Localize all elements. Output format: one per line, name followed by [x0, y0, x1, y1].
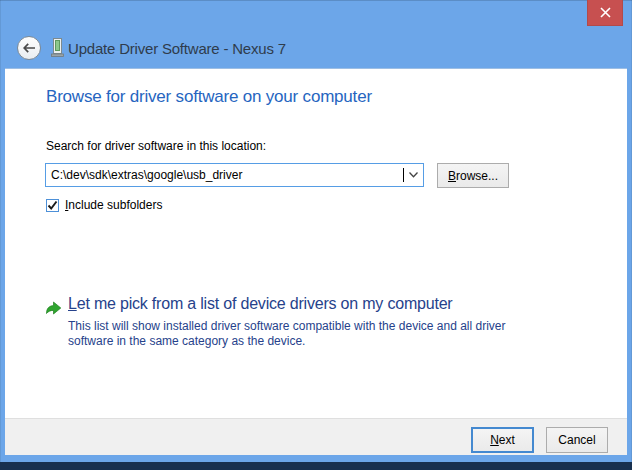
back-button[interactable]	[17, 36, 41, 60]
chevron-down-icon	[409, 172, 418, 178]
update-driver-wizard-window: Update Driver Software - Nexus 7 Browse …	[0, 0, 632, 470]
checkmark-icon	[47, 200, 58, 211]
next-button[interactable]: Next	[471, 427, 534, 453]
close-icon	[600, 7, 611, 18]
page-title: Browse for driver software on your compu…	[46, 87, 372, 107]
cancel-button[interactable]: Cancel	[546, 427, 608, 453]
include-subfolders-label[interactable]: Include subfolders	[65, 198, 162, 212]
include-subfolders-row: Include subfolders	[46, 197, 162, 213]
include-subfolders-checkbox[interactable]	[46, 199, 59, 212]
combobox-dropdown-button[interactable]	[404, 164, 423, 186]
hardware-device-icon	[51, 38, 64, 57]
command-link-description: This list will show installed driver sof…	[68, 319, 568, 349]
location-combobox	[45, 163, 424, 187]
titlebar: Update Driver Software - Nexus 7	[0, 0, 632, 68]
search-location-label: Search for driver software in this locat…	[46, 139, 266, 153]
wizard-content: Browse for driver software on your compu…	[5, 68, 627, 418]
command-link-title: Let me pick from a list of device driver…	[68, 295, 453, 313]
location-input[interactable]	[46, 164, 402, 186]
footer-bar: Next Cancel	[5, 418, 627, 455]
window-bottom-edge	[0, 462, 632, 470]
window-title: Update Driver Software - Nexus 7	[68, 40, 286, 57]
browse-button[interactable]: Browse...	[437, 163, 509, 188]
green-arrow-right-icon	[46, 301, 62, 315]
back-arrow-icon	[23, 43, 36, 53]
close-button[interactable]	[587, 0, 623, 26]
